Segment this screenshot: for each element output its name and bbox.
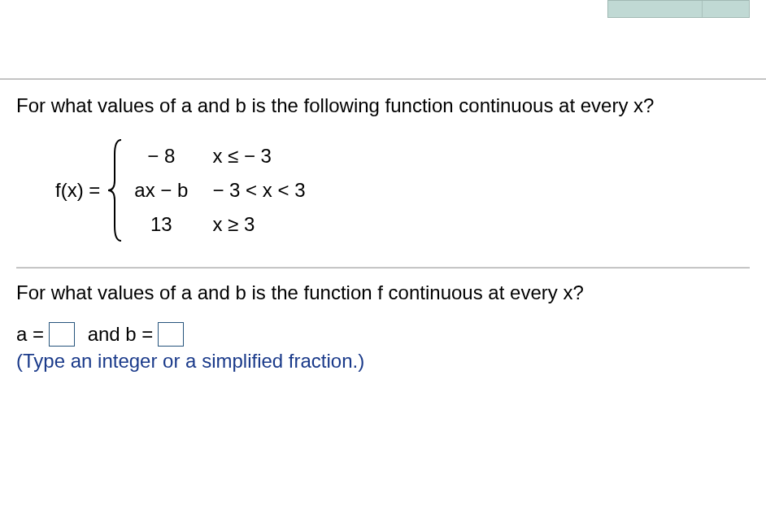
- top-right-panel: [607, 0, 750, 18]
- piece-2-value: ax − b: [134, 179, 188, 202]
- answer-row: a = and b =: [16, 322, 750, 347]
- piece-2-condition: − 3 < x < 3: [212, 179, 305, 202]
- answer-label-b: and b =: [88, 323, 154, 346]
- piece-1-condition: x ≤ − 3: [212, 145, 305, 168]
- answer-input-a[interactable]: [49, 322, 75, 347]
- top-right-segment: [702, 1, 749, 17]
- divider-mid: [16, 267, 750, 268]
- function-label: f(x) =: [55, 179, 100, 202]
- top-bar: [0, 0, 766, 26]
- piece-3-condition: x ≥ 3: [212, 213, 305, 236]
- content-area: For what values of a and b is the follow…: [0, 80, 766, 389]
- answer-label-a: a =: [16, 323, 44, 346]
- answer-input-b[interactable]: [158, 322, 184, 347]
- function-definition: f(x) = − 8 x ≤ − 3 ax − b − 3 < x < 3 13…: [55, 137, 750, 244]
- left-brace-icon: [107, 137, 124, 244]
- piecewise-grid: − 8 x ≤ − 3 ax − b − 3 < x < 3 13 x ≥ 3: [134, 145, 305, 236]
- hint-text: (Type an integer or a simplified fractio…: [16, 350, 750, 373]
- question-text: For what values of a and b is the follow…: [16, 94, 750, 117]
- piece-3-value: 13: [134, 213, 188, 236]
- piece-1-value: − 8: [134, 145, 188, 168]
- sub-question-text: For what values of a and b is the functi…: [16, 281, 750, 304]
